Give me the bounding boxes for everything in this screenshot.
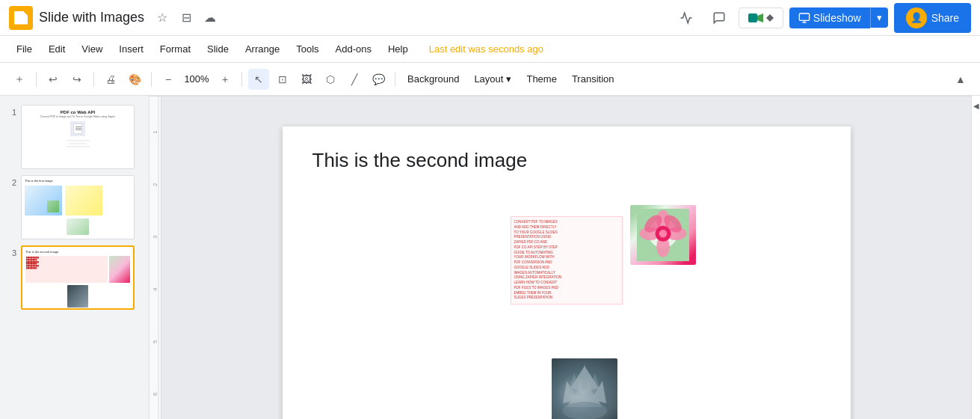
menu-addons[interactable]: Add-ons [328, 40, 379, 58]
zoom-level: 100% [182, 73, 212, 85]
title-bar: Slide with Images ☆ ⊟ ☁ Slideshow ▾ 👤 [0, 0, 980, 36]
star-icon[interactable]: ☆ [153, 9, 171, 27]
slide1-lines: ════════════════════════════════════════… [25, 139, 131, 148]
canvas-scroll-area[interactable]: This is the second image CONVERT PDF TO … [161, 97, 971, 419]
menu-slide[interactable]: Slide [200, 40, 236, 58]
slide2-images [25, 186, 131, 215]
comment-tool-btn[interactable]: 💬 [368, 69, 389, 90]
slides-panel: 1 PDF co Web API Convert PDF to Image an… [0, 96, 150, 419]
redo-btn[interactable]: ↪ [67, 69, 87, 90]
slide2-img1-inner [47, 201, 59, 212]
share-button[interactable]: 👤 Share [894, 3, 971, 33]
menu-edit[interactable]: Edit [41, 40, 73, 58]
slide1-subtitle: Convert PDF to Image and To Text in Goog… [25, 115, 131, 118]
svg-point-36 [659, 230, 667, 238]
slideshow-button[interactable]: Slideshow [789, 7, 870, 28]
text-box-btn[interactable]: ⊡ [272, 69, 293, 90]
zoom-in-btn[interactable]: + [215, 69, 235, 90]
slide-image-flower[interactable] [630, 205, 696, 265]
divider-2 [93, 72, 94, 87]
print-btn[interactable]: 🖨 [100, 69, 121, 90]
layout-btn[interactable]: Layout ▾ [468, 70, 517, 88]
slide2-title: This is the first image [25, 179, 131, 183]
ruler-vertical: 1 2 3 4 5 6 [150, 97, 161, 419]
theme-btn[interactable]: Theme [520, 70, 562, 88]
transition-btn[interactable]: Transition [566, 70, 620, 88]
plant-svg [552, 358, 617, 419]
menu-tools[interactable]: Tools [289, 40, 326, 58]
slide-item-2[interactable]: 2 This is the first image [0, 172, 149, 242]
undo-btn[interactable]: ↩ [43, 69, 64, 90]
slide-text-block[interactable]: CONVERT PDF TO IMAGESAND ADD THEM DIRECT… [511, 216, 623, 305]
line-btn[interactable]: ╱ [344, 69, 365, 90]
svg-text:6: 6 [152, 392, 158, 396]
share-avatar: 👤 [906, 7, 927, 28]
toolbar: ＋ ↩ ↪ 🖨 🎨 − 100% + ↖ ⊡ 🖼 ⬡ ╱ 💬 Backgroun… [0, 63, 980, 96]
theme-label: Theme [526, 73, 556, 85]
slide-item-3[interactable]: 3 This is the second image █████████████… [0, 242, 149, 313]
flower-svg [637, 209, 689, 261]
right-panel-collapse[interactable]: ◀ [971, 96, 980, 419]
zoom-out-btn[interactable]: − [158, 69, 179, 90]
last-edit-text: Last edit was seconds ago [429, 43, 543, 55]
slide3-flower-img [109, 256, 130, 283]
slide3-row1: ████████████████████████████████████████… [25, 256, 130, 283]
shape-btn[interactable]: ⬡ [320, 69, 341, 90]
slide1-doc-icon [73, 123, 82, 134]
slide-thumb-2: This is the first image [21, 175, 135, 239]
title-icons: ☆ ⊟ ☁ [153, 9, 219, 27]
slide-image-plant[interactable] [552, 358, 617, 419]
svg-point-43 [562, 402, 607, 419]
menu-format[interactable]: Format [152, 40, 198, 58]
slide-number-1: 1 [6, 108, 16, 117]
svg-text:1: 1 [152, 130, 158, 134]
folder-icon[interactable]: ⊟ [177, 9, 195, 27]
slideshow-label: Slideshow [813, 12, 861, 24]
app-icon [9, 6, 33, 30]
slide-thumb-content-1: PDF co Web API Convert PDF to Image and … [22, 105, 134, 168]
ruler-v-svg: 1 2 3 4 5 6 [150, 97, 161, 419]
divider-4 [241, 72, 242, 87]
main-content: 1 PDF co Web API Convert PDF to Image an… [0, 96, 980, 419]
menu-help[interactable]: Help [380, 40, 416, 58]
slide-thumb-1: PDF co Web API Convert PDF to Image and … [21, 105, 135, 169]
divider-1 [36, 72, 37, 87]
menu-bar: File Edit View Insert Format Slide Arran… [0, 36, 980, 63]
svg-text:2: 2 [152, 183, 158, 186]
header-right: Slideshow ▾ 👤 Share [673, 3, 971, 33]
slide2-img2 [65, 186, 102, 215]
slideshow-dropdown-btn[interactable]: ▾ [870, 7, 888, 28]
slide3-title: This is the second image [25, 250, 130, 254]
slide3-text-block: ████████████████████████████████████████… [25, 256, 108, 283]
format-paint-btn[interactable]: 🎨 [124, 69, 145, 90]
slide3-text-lines: ████████████████████████████████████████… [26, 257, 107, 269]
slide-item-1[interactable]: 1 PDF co Web API Convert PDF to Image an… [0, 102, 149, 172]
background-btn[interactable]: Background [401, 70, 465, 88]
menu-view[interactable]: View [74, 40, 110, 58]
cloud-icon[interactable]: ☁ [201, 9, 219, 27]
comment-icon-btn[interactable] [706, 4, 733, 31]
share-label: Share [931, 12, 959, 24]
menu-file[interactable]: File [9, 40, 40, 58]
image-btn[interactable]: 🖼 [296, 69, 317, 90]
slide-number-2: 2 [6, 178, 16, 187]
analytics-icon-btn[interactable] [673, 4, 700, 31]
svg-marker-1 [757, 13, 763, 22]
share-avatar-icon: 👤 [910, 12, 922, 23]
svg-rect-2 [799, 13, 809, 20]
cursor-tool-btn[interactable]: ↖ [248, 69, 269, 90]
meet-button[interactable] [739, 7, 783, 28]
slide1-title: PDF co Web API [25, 110, 131, 114]
slide-text-lines: CONVERT PDF TO IMAGESAND ADD THEM DIRECT… [514, 220, 619, 301]
divider-3 [151, 72, 152, 87]
menu-arrange[interactable]: Arrange [238, 40, 287, 58]
collapse-toolbar-btn[interactable]: ▲ [950, 69, 971, 90]
slide1-image [70, 121, 85, 136]
slide2-img3 [67, 218, 89, 235]
slideshow-btn-group: Slideshow ▾ [789, 7, 888, 28]
slide-canvas[interactable]: This is the second image CONVERT PDF TO … [283, 126, 851, 419]
menu-insert[interactable]: Insert [111, 40, 151, 58]
svg-rect-0 [748, 13, 757, 22]
app-icon-shape [14, 11, 28, 25]
add-btn[interactable]: ＋ [9, 69, 30, 90]
